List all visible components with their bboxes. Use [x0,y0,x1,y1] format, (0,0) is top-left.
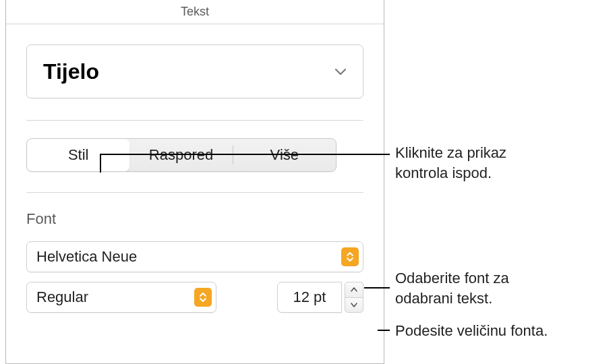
panel-title: Tekst [181,5,209,19]
panel-header: Tekst [6,0,384,24]
divider [26,120,363,121]
callout-leader [364,287,390,289]
tab-more-label: Više [270,146,299,164]
font-size-stepper [345,282,363,313]
text-inspector-panel: Tekst Tijelo Stil Raspored Više Font [5,0,384,364]
updown-icon [194,288,212,307]
callout-size: Podesite veličinu fonta. [395,321,548,341]
tab-layout-label: Raspored [149,146,213,164]
font-size-group: 12 pt [277,282,363,313]
font-weight-menu[interactable]: Regular [26,282,216,313]
callout-leader [100,154,390,155]
tab-style[interactable]: Stil [27,139,129,171]
font-section-label: Font [26,210,363,228]
updown-icon [341,247,359,266]
font-weight-value: Regular [36,289,88,306]
paragraph-style-value: Tijelo [43,59,99,84]
stepper-up-button[interactable] [345,282,363,297]
callout-tabs: Kliknite za prikaz kontrola ispod. [395,143,506,183]
font-size-field[interactable]: 12 pt [277,282,342,313]
tab-style-label: Stil [68,146,89,164]
callout-leader [378,330,390,331]
panel-body: Tijelo Stil Raspored Više Font Helvetica… [6,24,384,313]
tab-layout[interactable]: Raspored [129,139,232,171]
callout-leader [100,154,101,173]
stepper-down-button[interactable] [345,297,363,313]
callout-font: Odaberite font za odabrani tekst. [395,268,509,308]
text-tabs: Stil Raspored Više [26,138,336,172]
font-size-value: 12 pt [293,289,326,306]
font-family-menu[interactable]: Helvetica Neue [26,241,363,272]
divider [26,192,363,193]
chevron-down-icon [334,67,347,75]
paragraph-style-menu[interactable]: Tijelo [26,44,363,98]
tab-more[interactable]: Više [233,139,336,171]
font-family-value: Helvetica Neue [36,248,137,266]
